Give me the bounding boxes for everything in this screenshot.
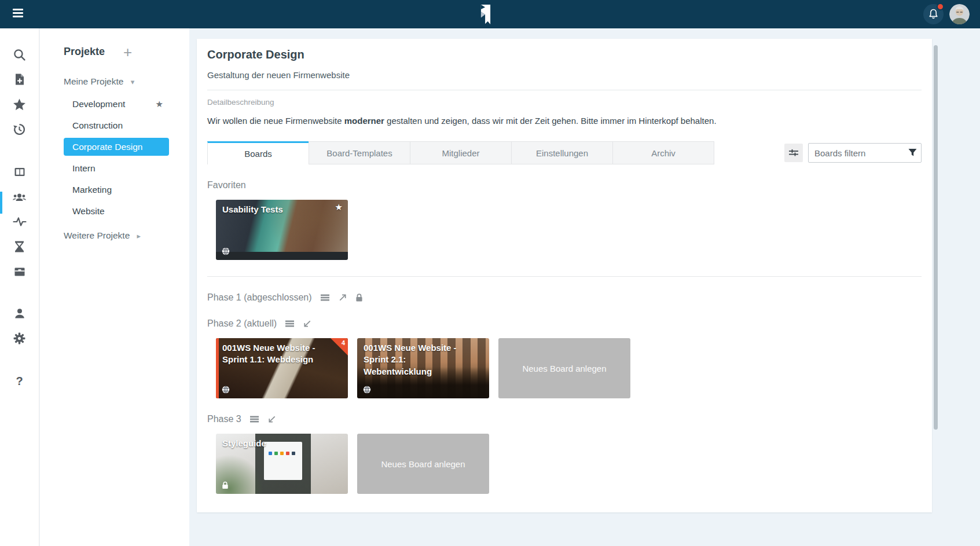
board-card-sprint-2-1[interactable]: 001WS Neue Website - Sprint 2.1: Webentw… (357, 338, 489, 398)
favorites-star-icon[interactable] (12, 97, 27, 112)
sidebar-item-construction[interactable]: Construction (64, 116, 169, 134)
tab-archiv[interactable]: Archiv (612, 141, 714, 164)
lock-icon[interactable] (355, 293, 363, 302)
board-card-sprint-1-1[interactable]: 4 001WS Neue Website - Sprint 1.1: Webde… (216, 338, 348, 398)
new-board-tile[interactable]: Neues Board anlegen (357, 434, 489, 494)
time-tracking-icon[interactable] (12, 239, 27, 254)
project-description: Wir wollen die neue Firmenwebsite modern… (207, 115, 922, 127)
sidebar-item-development[interactable]: Development ★ (64, 95, 169, 113)
globe-icon (222, 247, 230, 255)
collapse-icon[interactable] (267, 415, 277, 424)
members-icon[interactable] (12, 189, 27, 204)
tab-boards[interactable]: Boards (207, 141, 309, 164)
sidebar-item-corporate-design[interactable]: Corporate Design (64, 138, 169, 156)
section-phase2-header: Phase 2 (aktuell) (207, 318, 922, 329)
globe-icon (363, 386, 371, 394)
board-card-usability-tests[interactable]: Usability Tests ★ (216, 200, 348, 260)
icon-rail: ? (0, 28, 39, 546)
divider (207, 276, 922, 277)
settings-gear-icon[interactable] (12, 331, 27, 346)
filter-funnel-icon[interactable] (908, 148, 917, 157)
divider (207, 90, 922, 90)
tab-mitglieder[interactable]: Mitglieder (410, 141, 512, 164)
project-panel: Corporate Design Gestaltung der neuen Fi… (197, 39, 932, 512)
card-color-stripe (216, 338, 219, 398)
caret-down-icon: ▾ (131, 78, 135, 86)
menu-icon[interactable] (13, 8, 24, 20)
profile-icon[interactable] (12, 306, 27, 321)
new-board-tile[interactable]: Neues Board anlegen (498, 338, 630, 398)
search-icon[interactable] (12, 47, 27, 62)
activity-icon[interactable] (12, 214, 27, 229)
notification-badge (937, 3, 944, 10)
topbar (0, 0, 980, 28)
expand-icon[interactable] (338, 293, 347, 302)
boards-icon[interactable] (12, 164, 27, 179)
boards-filter-input[interactable] (808, 143, 922, 163)
add-project-button[interactable]: + (123, 46, 132, 58)
board-star-icon[interactable]: ★ (335, 202, 343, 212)
page-title: Corporate Design (207, 48, 922, 61)
section-menu-icon[interactable] (249, 415, 259, 423)
content-area: Corporate Design Gestaltung der neuen Fi… (189, 28, 980, 546)
card-badge-corner (331, 338, 348, 356)
project-sidebar: Projekte + Meine Projekte ▾ Development … (40, 28, 189, 546)
history-icon[interactable] (12, 122, 27, 137)
sliders-icon (788, 148, 799, 157)
app-logo-icon (477, 4, 494, 25)
group-weitere-projekte[interactable]: Weitere Projekte ▸ (64, 230, 189, 241)
section-phase1-header: Phase 1 (abgeschlossen) (207, 292, 922, 303)
group-meine-projekte[interactable]: Meine Projekte ▾ (64, 76, 189, 87)
project-star-icon: ★ (156, 95, 163, 113)
tab-board-templates[interactable]: Board-Templates (309, 141, 410, 164)
sidebar-item-intern[interactable]: Intern (64, 159, 169, 177)
filter-settings-button[interactable] (784, 144, 803, 162)
section-phase3-header: Phase 3 (207, 414, 922, 424)
new-document-icon[interactable] (12, 72, 27, 87)
collapse-icon[interactable] (303, 319, 312, 328)
board-card-styleguide[interactable]: Styleguide (216, 434, 348, 494)
boards-filter (808, 143, 922, 163)
section-menu-icon[interactable] (320, 294, 330, 302)
globe-icon (222, 386, 230, 394)
archive-icon[interactable] (12, 264, 27, 279)
caret-right-icon: ▸ (137, 232, 141, 240)
help-icon[interactable]: ? (12, 373, 27, 389)
vertical-scrollbar[interactable] (934, 45, 938, 430)
card-badge-count: 4 (342, 339, 345, 346)
page-subtitle: Gestaltung der neuen Firmenwebsite (207, 70, 922, 80)
sidebar-title: Projekte (64, 46, 105, 58)
section-menu-icon[interactable] (285, 320, 295, 328)
notifications-button[interactable] (923, 4, 944, 24)
sidebar-item-marketing[interactable]: Marketing (64, 181, 169, 199)
detail-label: Detailbeschreibung (207, 98, 922, 107)
user-avatar[interactable] (949, 4, 970, 24)
board-tabs: Boards Board-Templates Mitglieder Einste… (207, 141, 922, 164)
lock-icon (222, 481, 229, 489)
tab-einstellungen[interactable]: Einstellungen (511, 141, 613, 164)
active-rail-indicator (0, 192, 2, 214)
sidebar-item-website[interactable]: Website (64, 202, 169, 220)
section-favoriten-header: Favoriten (207, 180, 922, 190)
